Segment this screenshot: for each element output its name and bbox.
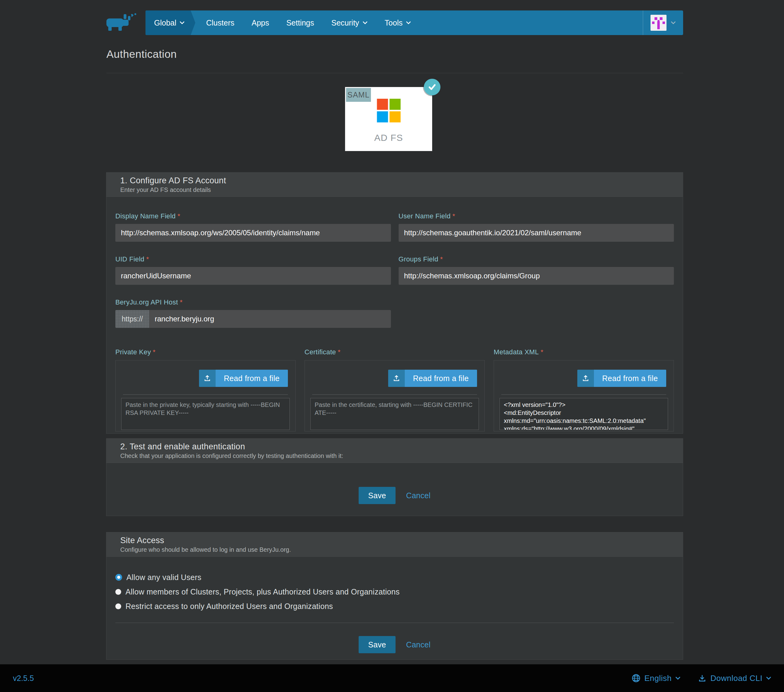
upload-icon [388, 370, 405, 387]
divider [501, 394, 666, 395]
save-button[interactable]: Save [359, 487, 395, 504]
user-avatar-identicon [651, 15, 667, 31]
section-header: Site Access Configure who should be allo… [106, 532, 683, 557]
groups-field-input[interactable] [399, 267, 674, 285]
uid-field-label: UID Field [115, 255, 144, 263]
read-from-file-label: Read from a file [216, 370, 288, 387]
user-name-field-label: User Name Field [399, 212, 451, 220]
nav-item-security[interactable]: Security [323, 10, 376, 35]
footer: v2.5.5 English Download CLI [0, 664, 784, 692]
section-header: 2. Test and enable authentication Check … [106, 438, 683, 463]
radio-allow-any-valid-users[interactable]: Allow any valid Users [115, 573, 674, 582]
required-marker: * [146, 255, 149, 263]
display-name-field-label: Display Name Field [115, 212, 176, 220]
chevron-down-icon [406, 21, 411, 24]
section-subtitle: Enter your AD FS account details [120, 186, 669, 193]
https-prefix: https:// [115, 310, 149, 328]
nav-item-settings[interactable]: Settings [278, 10, 323, 35]
nav-item-tools[interactable]: Tools [376, 10, 420, 35]
metadata-xml-label: Metadata XML [494, 348, 539, 356]
metadata-xml-textarea[interactable]: <?xml version="1.0"?> <md:EntityDescript… [499, 398, 668, 430]
microsoft-logo-icon [377, 99, 400, 122]
upload-icon [199, 370, 216, 387]
groups-field-label: Groups Field [399, 255, 438, 263]
save-button[interactable]: Save [359, 636, 395, 653]
required-marker: * [541, 348, 544, 356]
divider [312, 394, 477, 395]
private-key-label: Private Key [115, 348, 151, 356]
radio-button-icon [115, 574, 122, 581]
configure-adfs-section: 1. Configure AD FS Account Enter your AD… [106, 172, 683, 434]
saml-badge: SAML [346, 88, 371, 102]
nav-item-apps[interactable]: Apps [243, 10, 278, 35]
cancel-link[interactable]: Cancel [406, 491, 431, 500]
read-from-file-button[interactable]: Read from a file [199, 370, 288, 387]
top-navbar: Global Clusters Apps Settings Security T… [145, 10, 683, 35]
chevron-down-icon [671, 21, 676, 24]
cancel-link[interactable]: Cancel [406, 640, 431, 649]
api-host-label: BeryJu.org API Host [115, 298, 178, 306]
required-marker: * [153, 348, 156, 356]
required-marker: * [178, 212, 180, 220]
nav-item-label: Global [154, 18, 176, 27]
certificate-label: Certificate [305, 348, 336, 356]
nav-item-clusters[interactable]: Clusters [198, 10, 243, 35]
api-host-input[interactable] [149, 310, 391, 328]
read-from-file-label: Read from a file [405, 370, 477, 387]
read-from-file-button[interactable]: Read from a file [577, 370, 666, 387]
rancher-logo[interactable] [106, 12, 138, 32]
radio-button-icon [115, 589, 121, 595]
metadata-xml-box: Read from a file <?xml version="1.0"?> <… [494, 360, 674, 432]
divider [106, 73, 683, 73]
read-from-file-label: Read from a file [594, 370, 666, 387]
section-title: 1. Configure AD FS Account [120, 176, 669, 185]
certificate-textarea[interactable] [310, 398, 479, 430]
divider [115, 623, 674, 623]
uid-field-input[interactable] [115, 267, 391, 285]
auth-provider-card-adfs[interactable]: SAML AD FS [345, 87, 432, 151]
download-icon [698, 674, 707, 683]
download-cli-menu[interactable]: Download CLI [698, 674, 771, 683]
version-link[interactable]: v2.5.5 [13, 674, 34, 683]
site-access-section: Site Access Configure who should be allo… [106, 532, 683, 660]
provider-name: AD FS [345, 133, 432, 143]
radio-allow-members-clusters-projects[interactable]: Allow members of Clusters, Projects, plu… [115, 587, 674, 596]
radio-button-icon [115, 603, 121, 609]
nav-item-global[interactable]: Global [145, 10, 191, 35]
section-title: Site Access [120, 536, 669, 545]
user-name-field-input[interactable] [399, 224, 674, 242]
required-marker: * [338, 348, 341, 356]
required-marker: * [440, 255, 443, 263]
language-selector[interactable]: English [631, 674, 680, 683]
chevron-down-icon [675, 677, 680, 680]
user-menu[interactable] [643, 10, 683, 35]
certificate-box: Read from a file [305, 360, 485, 432]
test-authentication-section: 2. Test and enable authentication Check … [106, 438, 683, 516]
chevron-down-icon [766, 677, 771, 680]
chevron-down-icon [180, 21, 184, 24]
chevron-down-icon [362, 21, 367, 24]
globe-icon [631, 674, 641, 683]
divider [123, 394, 288, 395]
required-marker: * [180, 298, 183, 306]
page-title: Authentication [106, 48, 177, 60]
private-key-textarea[interactable] [121, 398, 290, 430]
section-subtitle: Check that your application is configure… [120, 452, 669, 460]
selected-check-icon [424, 79, 440, 96]
upload-icon [577, 370, 594, 387]
private-key-box: Read from a file [115, 360, 296, 432]
read-from-file-button[interactable]: Read from a file [388, 370, 477, 387]
required-marker: * [453, 212, 455, 220]
section-title: 2. Test and enable authentication [120, 442, 669, 451]
section-header: 1. Configure AD FS Account Enter your AD… [106, 173, 683, 197]
display-name-field-input[interactable] [115, 224, 391, 242]
radio-restrict-authorized-only[interactable]: Restrict access to only Authorized Users… [115, 601, 674, 611]
section-subtitle: Configure who should be allowed to log i… [120, 546, 669, 553]
